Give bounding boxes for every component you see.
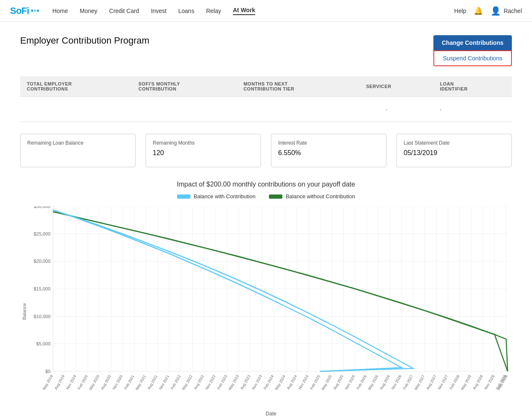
legend-label-blue: Balance with Contribution xyxy=(194,193,256,200)
main-content: Employer Contribution Program Change Con… xyxy=(0,22,532,420)
info-box-last-statement: Last Statement Date 05/13/2019 xyxy=(396,134,512,167)
svg-text:Feb 2021: Feb 2021 xyxy=(123,374,135,390)
svg-text:May 2027: May 2027 xyxy=(414,374,426,391)
contributions-table: TOTAL EMPLOYERCONTRIBUTIONS SOFI'S MONTH… xyxy=(20,76,512,122)
svg-text:May 2020: May 2020 xyxy=(88,374,100,391)
cell-total-employer xyxy=(20,97,132,122)
table-header: TOTAL EMPLOYERCONTRIBUTIONS SOFI'S MONTH… xyxy=(20,76,512,97)
svg-text:$0: $0 xyxy=(45,369,50,374)
cell-monthly-contribution xyxy=(132,97,237,122)
chart-legend: Balance with Contribution Balance withou… xyxy=(20,193,512,200)
logo-text: SoFi xyxy=(10,5,29,16)
svg-text:Aug 2023: Aug 2023 xyxy=(240,374,251,390)
svg-text:May 2024: May 2024 xyxy=(274,374,286,391)
svg-text:May 2023: May 2023 xyxy=(228,374,240,391)
svg-text:Feb 2025: Feb 2025 xyxy=(309,374,321,390)
legend-with-contribution: Balance with Contribution xyxy=(177,193,256,200)
table-row: · · xyxy=(20,97,512,122)
svg-text:Aug 2025: Aug 2025 xyxy=(332,374,344,390)
info-box-remaining-months: Remaining Months 120 xyxy=(146,134,261,167)
svg-text:Feb 2022: Feb 2022 xyxy=(170,374,182,390)
svg-text:Nov 2028: Nov 2028 xyxy=(483,374,495,390)
action-buttons: Change Contributions Suspend Contributio… xyxy=(433,35,512,66)
logo[interactable]: SoFi xyxy=(10,5,39,16)
table-body: · · xyxy=(20,97,512,122)
line-without-contribution-ext xyxy=(53,212,508,371)
svg-text:$25,000: $25,000 xyxy=(34,231,50,236)
legend-color-green xyxy=(269,194,282,199)
svg-text:Aug 2026: Aug 2026 xyxy=(379,374,391,390)
user-name: Rachel xyxy=(503,8,522,14)
line-with-contribution xyxy=(53,210,413,371)
legend-label-green: Balance without Contribution xyxy=(286,193,355,200)
nav-right: Help 🔔 👤 Rachel xyxy=(454,6,522,16)
nav-credit-card[interactable]: Credit Card xyxy=(109,8,139,14)
cell-loan-identifier: · xyxy=(433,97,512,122)
remaining-months-label: Remaining Months xyxy=(153,140,254,146)
svg-text:Nov 2021: Nov 2021 xyxy=(158,374,170,390)
svg-text:Feb 2020: Feb 2020 xyxy=(77,374,89,390)
chart-section: Impact of $200.00 monthly contributions … xyxy=(20,181,512,420)
svg-text:$10,000: $10,000 xyxy=(34,314,50,319)
svg-text:Nov 2026: Nov 2026 xyxy=(391,374,402,390)
col-servicer: SERVICER xyxy=(360,76,433,97)
help-link[interactable]: Help xyxy=(454,8,467,14)
svg-text:Aug 2028: Aug 2028 xyxy=(472,374,484,390)
svg-text:May 2026: May 2026 xyxy=(367,374,379,391)
svg-text:Nov 2019: Nov 2019 xyxy=(65,374,77,390)
nav-invest[interactable]: Invest xyxy=(151,8,167,14)
chart-title: Impact of $200.00 monthly contributions … xyxy=(20,181,512,188)
interest-rate-label: Interest Rate xyxy=(278,140,379,146)
suspend-contributions-button[interactable]: Suspend Contributions xyxy=(433,50,512,66)
user-menu[interactable]: 👤 Rachel xyxy=(490,6,522,16)
legend-without-contribution: Balance without Contribution xyxy=(269,193,355,200)
logo-dot-3 xyxy=(37,10,39,12)
nav-home[interactable]: Home xyxy=(52,8,68,14)
logo-dot-2 xyxy=(34,10,36,12)
nav-loans[interactable]: Loans xyxy=(178,8,194,14)
change-contributions-button[interactable]: Change Contributions xyxy=(433,35,512,50)
svg-text:May 2021: May 2021 xyxy=(135,374,147,391)
chart-svg: $30,000 $25,000 $20,000 $15,000 $10,000 … xyxy=(30,206,512,399)
svg-text:Aug 2019: Aug 2019 xyxy=(54,374,65,390)
svg-text:Nov 2023: Nov 2023 xyxy=(251,374,263,390)
loan-balance-label: Remaining Loan Balance xyxy=(27,140,128,146)
nav-relay[interactable]: Relay xyxy=(206,8,221,14)
chart-area: $30,000 $25,000 $20,000 $15,000 $10,000 … xyxy=(30,206,512,417)
svg-text:$20,000: $20,000 xyxy=(34,259,50,264)
svg-text:May 2025: May 2025 xyxy=(321,374,333,391)
nav-at-work[interactable]: At Work xyxy=(233,7,255,15)
svg-text:Nov 2024: Nov 2024 xyxy=(297,374,309,390)
svg-text:Aug 2027: Aug 2027 xyxy=(425,374,437,390)
svg-text:$15,000: $15,000 xyxy=(34,286,50,291)
logo-dots xyxy=(31,10,39,12)
col-months-next-tier: MONTHS TO NEXTCONTRIBUTION TIER xyxy=(237,76,359,97)
nav-money[interactable]: Money xyxy=(80,8,97,14)
y-axis-label: Balance xyxy=(20,206,29,417)
interest-rate-value: 6.550% xyxy=(278,149,379,157)
svg-text:Nov 2025: Nov 2025 xyxy=(344,374,356,390)
svg-text:Feb 2023: Feb 2023 xyxy=(216,374,228,390)
svg-text:Feb 2027: Feb 2027 xyxy=(402,374,414,390)
svg-text:Nov 2022: Nov 2022 xyxy=(205,374,216,390)
last-statement-label: Last Statement Date xyxy=(404,140,505,146)
chart-container: Balance xyxy=(20,206,512,417)
cell-months-next-tier xyxy=(237,97,359,122)
svg-text:May 2022: May 2022 xyxy=(181,374,193,391)
col-loan-identifier: LOANIDENTIFIER xyxy=(433,76,512,97)
info-boxes: Remaining Loan Balance Remaining Months … xyxy=(20,134,512,167)
bell-icon[interactable]: 🔔 xyxy=(474,6,483,16)
svg-text:$30,000: $30,000 xyxy=(34,206,50,209)
svg-text:Aug 2024: Aug 2024 xyxy=(286,374,298,390)
x-axis-title: Date xyxy=(30,411,512,417)
svg-text:Aug 2022: Aug 2022 xyxy=(193,374,205,390)
svg-text:Feb 2024: Feb 2024 xyxy=(263,374,274,390)
svg-text:May 2019: May 2019 xyxy=(42,374,54,391)
page-header: Employer Contribution Program Change Con… xyxy=(20,35,512,66)
remaining-months-value: 120 xyxy=(153,149,254,157)
svg-text:May 2028: May 2028 xyxy=(460,374,472,391)
svg-text:Aug 2021: Aug 2021 xyxy=(146,374,158,390)
logo-dot-1 xyxy=(31,10,33,12)
nav-links: Home Money Credit Card Invest Loans Rela… xyxy=(52,7,454,15)
svg-text:$5,000: $5,000 xyxy=(37,341,51,346)
